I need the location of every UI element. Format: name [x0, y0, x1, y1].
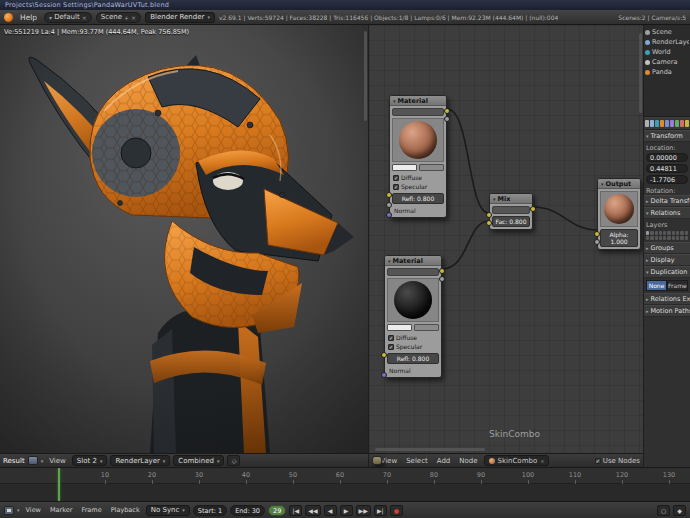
image-editor-type-icon[interactable]: [28, 456, 38, 465]
output-node-header[interactable]: ▾ Output: [598, 179, 640, 189]
panel-transform[interactable]: ▾ Transform: [644, 130, 690, 142]
socket-color-input[interactable]: [381, 352, 387, 358]
sync-mode-select[interactable]: No Sync ▾: [146, 505, 190, 516]
material-node-top-header[interactable]: ▾ Material: [390, 96, 446, 106]
tab-scene-icon[interactable]: [650, 120, 654, 127]
timeline-view-menu[interactable]: View: [23, 506, 44, 514]
outliner-item-panda[interactable]: Panda: [645, 67, 689, 77]
jump-to-start-button[interactable]: |◀: [289, 505, 302, 516]
node-add-menu[interactable]: Add: [434, 457, 454, 465]
keyframe-insert-icon[interactable]: ◆: [673, 505, 686, 516]
socket-spec-input[interactable]: [386, 202, 392, 208]
panel-relations-extras[interactable]: ▸ Relations Extras: [644, 293, 690, 305]
specular-toggle[interactable]: ✓ Specular: [385, 342, 441, 351]
outliner-item-world[interactable]: World: [645, 47, 689, 57]
tab-modifiers-icon[interactable]: [670, 120, 674, 127]
socket-normal-input[interactable]: [386, 212, 392, 218]
node-editor-hscrollbar[interactable]: [375, 448, 485, 451]
diffuse-color-swatch[interactable]: [387, 324, 412, 331]
location-x-field[interactable]: 0.00000: [646, 153, 688, 162]
image-editor-viewport[interactable]: Ve:551219 La:4 | Mem:93.77M (444.64M, Pe…: [0, 25, 368, 453]
previous-keyframe-button[interactable]: ◀◀: [305, 505, 320, 516]
duplication-frames-button[interactable]: Frames: [667, 280, 688, 291]
tab-material-icon[interactable]: [680, 120, 684, 127]
next-keyframe-button[interactable]: ▶▶: [356, 505, 371, 516]
socket-color-output[interactable]: [530, 206, 536, 212]
node-editor[interactable]: SkinCombo ▾ Material ✓ Diffuse: [369, 25, 643, 453]
socket-color-output[interactable]: [444, 108, 450, 114]
outliner-item-scene[interactable]: Scene: [645, 27, 689, 37]
close-icon[interactable]: ×: [131, 14, 136, 21]
duplication-none-button[interactable]: None: [646, 280, 667, 291]
window-titlebar[interactable]: Projects\Session Settings\PandaWarUVTut.…: [0, 0, 690, 10]
mix-node[interactable]: ▾ Mix Fac: 0.800: [489, 193, 533, 230]
play-button[interactable]: ▶: [340, 505, 353, 516]
timeline-ruler[interactable]: 10 20 30 40 50 60 70 80 90 100 110 120 1…: [0, 467, 690, 501]
timeline-track[interactable]: [0, 483, 690, 501]
socket-normal-input[interactable]: [381, 372, 387, 378]
blend-type-field[interactable]: [492, 206, 530, 214]
collapse-icon[interactable]: ▾: [601, 181, 604, 187]
output-node[interactable]: ▾ Output Alpha: 1.000: [597, 178, 641, 250]
play-reverse-button[interactable]: ◀: [324, 505, 337, 516]
diffuse-toggle[interactable]: ✓ Diffuse: [390, 173, 446, 182]
collapse-icon[interactable]: ▾: [388, 258, 391, 264]
alpha-slider[interactable]: Alpha: 1.000: [600, 229, 638, 247]
diffuse-toggle[interactable]: ✓ Diffuse: [385, 333, 441, 342]
jump-to-end-button[interactable]: ▶|: [374, 505, 387, 516]
factor-slider[interactable]: Fac: 0.800: [492, 216, 530, 227]
image-pin-icon[interactable]: ◇: [227, 455, 240, 466]
image-editor-scrollbar[interactable]: [364, 31, 367, 121]
render-slot-select[interactable]: Slot 2 ▾: [72, 455, 108, 466]
use-nodes-toggle[interactable]: ✓ Use Nodes: [595, 457, 640, 465]
plus-icon[interactable]: +: [124, 14, 129, 21]
close-icon[interactable]: ×: [82, 14, 87, 21]
timeline-editor-type-icon[interactable]: [4, 506, 14, 515]
material-node-bottom-header[interactable]: ▾ Material: [385, 256, 441, 266]
reflectivity-slider[interactable]: Refl: 0.800: [392, 193, 444, 204]
location-y-field[interactable]: 0.44811: [646, 164, 688, 173]
menu-help[interactable]: Help: [17, 13, 40, 22]
socket-color1-input[interactable]: [486, 212, 492, 218]
collapse-icon[interactable]: ▾: [393, 98, 396, 104]
tab-constraints-icon[interactable]: [665, 120, 669, 127]
reflectivity-slider[interactable]: Refl: 0.800: [387, 353, 439, 364]
timeline-frame-menu[interactable]: Frame: [78, 506, 104, 514]
tab-texture-icon[interactable]: [685, 120, 689, 127]
specular-toggle[interactable]: ✓ Specular: [390, 182, 446, 191]
material-name-field[interactable]: [392, 108, 444, 116]
socket-color-output[interactable]: [439, 268, 445, 274]
panel-display[interactable]: ▸ Display: [644, 254, 690, 266]
material-node-top[interactable]: ▾ Material ✓ Diffuse ✓ Spe: [389, 95, 447, 218]
tab-world-icon[interactable]: [655, 120, 659, 127]
start-frame-field[interactable]: Start: 1: [193, 505, 227, 516]
panel-motion-paths[interactable]: ▸ Motion Paths: [644, 305, 690, 317]
socket-alpha-output[interactable]: [439, 276, 445, 282]
panel-groups[interactable]: ▸ Groups: [644, 242, 690, 254]
keying-set-icon[interactable]: ○: [657, 505, 670, 516]
panel-duplication[interactable]: ▾ Duplication: [644, 266, 690, 278]
blender-logo-icon[interactable]: [4, 13, 13, 22]
node-tree-selector[interactable]: SkinCombo ×: [484, 455, 550, 466]
current-frame-marker[interactable]: [58, 468, 60, 501]
tab-render-icon[interactable]: [645, 120, 649, 127]
timeline-playback-menu[interactable]: Playback: [108, 506, 143, 514]
outliner-item-renderlayers[interactable]: RenderLayers: [645, 37, 689, 47]
specular-color-swatch[interactable]: [414, 324, 439, 331]
specular-color-swatch[interactable]: [419, 164, 444, 171]
node-editor-vscrollbar[interactable]: [639, 33, 642, 113]
material-node-bottom[interactable]: ▾ Material ✓ Diffuse ✓ Spe: [384, 255, 442, 378]
tab-object-icon[interactable]: [660, 120, 664, 127]
record-button[interactable]: ●: [390, 505, 403, 516]
scene-selector[interactable]: Scene + ×: [96, 12, 141, 23]
socket-alpha-output[interactable]: [444, 116, 450, 122]
location-z-field[interactable]: -1.7706: [646, 175, 688, 184]
node-editor-type-icon[interactable]: [372, 456, 382, 465]
panel-relations[interactable]: ▾ Relations: [644, 207, 690, 219]
render-pass-select[interactable]: Combined ▾: [173, 455, 224, 466]
mix-node-header[interactable]: ▾ Mix: [490, 194, 532, 204]
close-icon[interactable]: ×: [540, 458, 544, 464]
panel-delta-transform[interactable]: ▸ Delta Transform: [644, 195, 690, 207]
socket-color-input[interactable]: [386, 192, 392, 198]
screen-layout-selector[interactable]: ▾ Default ×: [44, 12, 92, 23]
